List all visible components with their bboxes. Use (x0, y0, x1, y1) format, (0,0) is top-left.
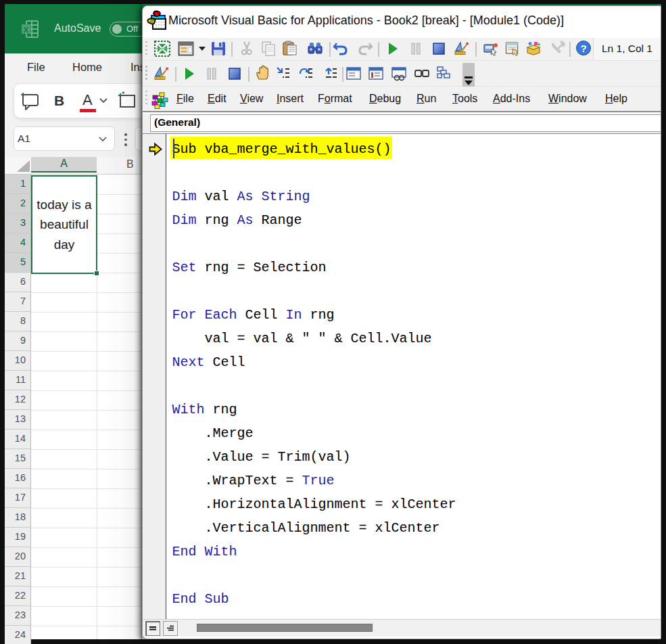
svg-text:?: ? (580, 43, 586, 54)
svg-text:X: X (24, 26, 29, 34)
